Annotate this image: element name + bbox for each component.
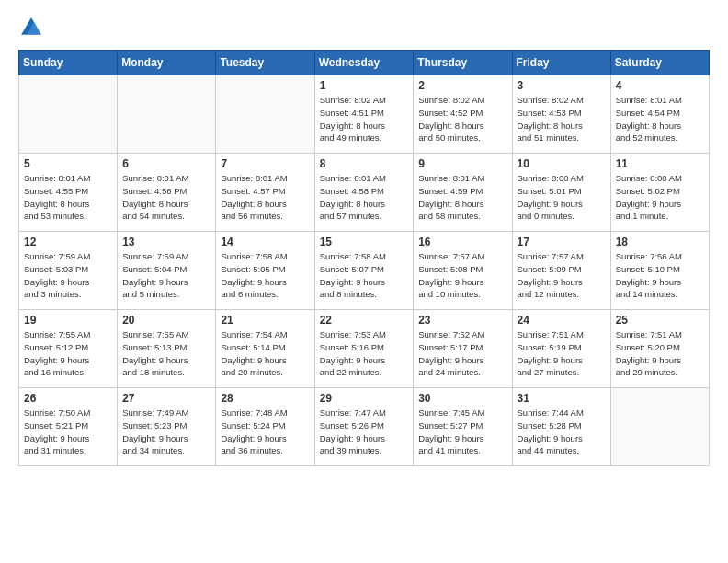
day-number: 5 [24,157,112,170]
cell-content: Sunrise: 7:51 AM Sunset: 5:19 PM Dayligh… [518,328,606,379]
day-number: 23 [418,314,506,327]
calendar: SundayMondayTuesdayWednesdayThursdayFrid… [18,50,710,466]
day-number: 11 [616,157,704,170]
cell-content: Sunrise: 8:01 AM Sunset: 4:57 PM Dayligh… [221,172,309,223]
calendar-cell: 8Sunrise: 8:01 AM Sunset: 4:58 PM Daylig… [314,154,414,232]
day-number: 24 [518,314,606,327]
cell-content: Sunrise: 7:48 AM Sunset: 5:24 PM Dayligh… [221,407,309,457]
day-number: 25 [616,314,704,327]
day-number: 18 [616,236,704,248]
calendar-header-monday: Monday [118,51,216,75]
calendar-header-tuesday: Tuesday [216,51,314,75]
day-number: 21 [221,314,309,327]
calendar-cell: 23Sunrise: 7:52 AM Sunset: 5:17 PM Dayli… [414,310,512,388]
cell-content: Sunrise: 8:01 AM Sunset: 4:59 PM Dayligh… [418,172,506,223]
calendar-cell: 19Sunrise: 7:55 AM Sunset: 5:12 PM Dayli… [19,310,118,388]
day-number: 13 [122,236,210,248]
day-number: 16 [418,236,506,248]
calendar-header-sunday: Sunday [19,51,118,75]
calendar-cell: 26Sunrise: 7:50 AM Sunset: 5:21 PM Dayli… [19,388,118,466]
day-number: 12 [24,236,112,248]
calendar-week-3: 12Sunrise: 7:59 AM Sunset: 5:03 PM Dayli… [19,232,710,310]
calendar-cell: 22Sunrise: 7:53 AM Sunset: 5:16 PM Dayli… [314,310,414,388]
calendar-cell: 17Sunrise: 7:57 AM Sunset: 5:09 PM Dayli… [512,232,610,310]
header [18,15,710,40]
day-number: 26 [24,392,112,405]
calendar-cell: 14Sunrise: 7:58 AM Sunset: 5:05 PM Dayli… [216,232,314,310]
day-number: 30 [418,392,506,405]
cell-content: Sunrise: 7:54 AM Sunset: 5:14 PM Dayligh… [221,328,309,379]
cell-content: Sunrise: 7:44 AM Sunset: 5:28 PM Dayligh… [518,407,606,457]
day-number: 9 [418,157,506,170]
calendar-cell: 24Sunrise: 7:51 AM Sunset: 5:19 PM Dayli… [512,310,610,388]
calendar-cell: 31Sunrise: 7:44 AM Sunset: 5:28 PM Dayli… [512,388,610,466]
cell-content: Sunrise: 7:58 AM Sunset: 5:05 PM Dayligh… [221,250,309,301]
cell-content: Sunrise: 7:56 AM Sunset: 5:10 PM Dayligh… [616,250,704,301]
cell-content: Sunrise: 8:02 AM Sunset: 4:53 PM Dayligh… [518,94,606,144]
calendar-week-4: 19Sunrise: 7:55 AM Sunset: 5:12 PM Dayli… [19,310,710,388]
day-number: 15 [320,236,409,248]
cell-content: Sunrise: 7:52 AM Sunset: 5:17 PM Dayligh… [418,328,506,379]
cell-content: Sunrise: 8:01 AM Sunset: 4:56 PM Dayligh… [122,172,210,223]
day-number: 29 [320,392,409,405]
logo [18,15,48,40]
day-number: 8 [320,157,409,170]
cell-content: Sunrise: 7:59 AM Sunset: 5:04 PM Dayligh… [122,250,210,301]
cell-content: Sunrise: 7:55 AM Sunset: 5:13 PM Dayligh… [122,328,210,379]
day-number: 19 [24,314,112,327]
calendar-header-thursday: Thursday [414,51,512,75]
cell-content: Sunrise: 7:58 AM Sunset: 5:07 PM Dayligh… [320,250,409,301]
day-number: 1 [320,79,409,92]
cell-content: Sunrise: 7:49 AM Sunset: 5:23 PM Dayligh… [122,407,210,457]
calendar-cell: 5Sunrise: 8:01 AM Sunset: 4:55 PM Daylig… [19,154,118,232]
calendar-cell: 21Sunrise: 7:54 AM Sunset: 5:14 PM Dayli… [216,310,314,388]
calendar-cell: 15Sunrise: 7:58 AM Sunset: 5:07 PM Dayli… [314,232,414,310]
calendar-cell: 2Sunrise: 8:02 AM Sunset: 4:52 PM Daylig… [414,75,512,154]
day-number: 31 [518,392,606,405]
day-number: 14 [221,236,309,248]
calendar-cell: 20Sunrise: 7:55 AM Sunset: 5:13 PM Dayli… [118,310,216,388]
cell-content: Sunrise: 7:50 AM Sunset: 5:21 PM Dayligh… [24,407,112,457]
calendar-week-5: 26Sunrise: 7:50 AM Sunset: 5:21 PM Dayli… [19,388,710,466]
calendar-cell [610,388,709,466]
cell-content: Sunrise: 8:02 AM Sunset: 4:51 PM Dayligh… [320,94,409,144]
calendar-cell: 27Sunrise: 7:49 AM Sunset: 5:23 PM Dayli… [118,388,216,466]
calendar-cell: 29Sunrise: 7:47 AM Sunset: 5:26 PM Dayli… [314,388,414,466]
calendar-header-friday: Friday [512,51,610,75]
cell-content: Sunrise: 8:01 AM Sunset: 4:55 PM Dayligh… [24,172,112,223]
calendar-cell: 6Sunrise: 8:01 AM Sunset: 4:56 PM Daylig… [118,154,216,232]
calendar-cell: 10Sunrise: 8:00 AM Sunset: 5:01 PM Dayli… [512,154,610,232]
calendar-cell: 1Sunrise: 8:02 AM Sunset: 4:51 PM Daylig… [314,75,414,154]
calendar-cell: 11Sunrise: 8:00 AM Sunset: 5:02 PM Dayli… [610,154,709,232]
day-number: 22 [320,314,409,327]
calendar-cell: 13Sunrise: 7:59 AM Sunset: 5:04 PM Dayli… [118,232,216,310]
cell-content: Sunrise: 8:01 AM Sunset: 4:58 PM Dayligh… [320,172,409,223]
day-number: 10 [518,157,606,170]
calendar-cell: 25Sunrise: 7:51 AM Sunset: 5:20 PM Dayli… [610,310,709,388]
cell-content: Sunrise: 7:53 AM Sunset: 5:16 PM Dayligh… [320,328,409,379]
day-number: 17 [518,236,606,248]
calendar-cell: 4Sunrise: 8:01 AM Sunset: 4:54 PM Daylig… [610,75,709,154]
logo-icon [18,15,44,40]
day-number: 6 [122,157,210,170]
day-number: 3 [518,79,606,92]
calendar-cell: 3Sunrise: 8:02 AM Sunset: 4:53 PM Daylig… [512,75,610,154]
calendar-cell [118,75,216,154]
cell-content: Sunrise: 8:00 AM Sunset: 5:01 PM Dayligh… [518,172,606,223]
cell-content: Sunrise: 7:59 AM Sunset: 5:03 PM Dayligh… [24,250,112,301]
cell-content: Sunrise: 7:55 AM Sunset: 5:12 PM Dayligh… [24,328,112,379]
day-number: 2 [418,79,506,92]
cell-content: Sunrise: 7:51 AM Sunset: 5:20 PM Dayligh… [616,328,704,379]
cell-content: Sunrise: 8:00 AM Sunset: 5:02 PM Dayligh… [616,172,704,223]
calendar-cell: 30Sunrise: 7:45 AM Sunset: 5:27 PM Dayli… [414,388,512,466]
cell-content: Sunrise: 7:57 AM Sunset: 5:08 PM Dayligh… [418,250,506,301]
calendar-cell: 28Sunrise: 7:48 AM Sunset: 5:24 PM Dayli… [216,388,314,466]
calendar-cell [19,75,118,154]
day-number: 27 [122,392,210,405]
calendar-cell: 16Sunrise: 7:57 AM Sunset: 5:08 PM Dayli… [414,232,512,310]
cell-content: Sunrise: 8:02 AM Sunset: 4:52 PM Dayligh… [418,94,506,144]
calendar-cell: 18Sunrise: 7:56 AM Sunset: 5:10 PM Dayli… [610,232,709,310]
day-number: 7 [221,157,309,170]
calendar-week-1: 1Sunrise: 8:02 AM Sunset: 4:51 PM Daylig… [19,75,710,154]
day-number: 28 [221,392,309,405]
